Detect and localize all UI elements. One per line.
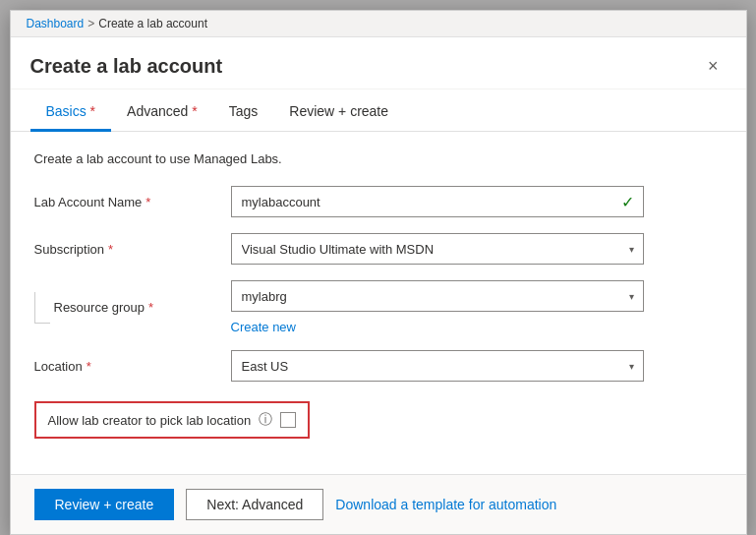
breadcrumb-separator: > xyxy=(87,17,94,30)
allow-location-checkbox[interactable] xyxy=(280,412,296,428)
modal-title: Create a lab account xyxy=(30,55,223,78)
subscription-select-wrapper: Visual Studio Ultimate with MSDN ▾ xyxy=(231,233,644,265)
modal-body: Create a lab account to use Managed Labs… xyxy=(11,132,746,474)
subscription-control: Visual Studio Ultimate with MSDN ▾ xyxy=(231,233,644,265)
resource-group-select-wrapper: mylabrg ▾ xyxy=(231,280,644,312)
modal-footer: Review + create Next: Advanced Download … xyxy=(11,474,746,534)
modal-container: Dashboard > Create a lab account Create … xyxy=(10,10,747,535)
tabs-bar: Basics * Advanced * Tags Review + create xyxy=(11,93,746,132)
section-description: Create a lab account to use Managed Labs… xyxy=(34,151,723,166)
breadcrumb: Dashboard > Create a lab account xyxy=(11,11,746,37)
location-select-wrapper: East US ▾ xyxy=(231,350,644,382)
subscription-label: Subscription * xyxy=(34,242,231,257)
info-icon[interactable]: ⓘ xyxy=(259,411,272,429)
close-button[interactable]: × xyxy=(700,53,727,79)
tab-advanced[interactable]: Advanced * xyxy=(111,93,213,132)
lab-account-name-label: Lab Account Name * xyxy=(34,195,231,209)
tree-line xyxy=(34,292,50,324)
subscription-select[interactable]: Visual Studio Ultimate with MSDN xyxy=(231,233,644,265)
review-create-button[interactable]: Review + create xyxy=(34,489,175,520)
download-template-link[interactable]: Download a template for automation xyxy=(335,497,556,512)
resource-group-row: Resource group * mylabrg ▾ Create new xyxy=(34,280,723,334)
subscription-row: Subscription * Visual Studio Ultimate wi… xyxy=(34,233,723,265)
allow-location-box: Allow lab creator to pick lab location ⓘ xyxy=(34,401,311,439)
lab-account-name-input-wrapper: ✓ xyxy=(231,186,644,217)
lab-account-name-row: Lab Account Name * ✓ xyxy=(34,186,723,217)
breadcrumb-dashboard[interactable]: Dashboard xyxy=(27,17,85,30)
lab-account-name-input[interactable] xyxy=(231,186,644,217)
resource-group-select[interactable]: mylabrg xyxy=(231,280,644,312)
resource-group-label: Resource group * xyxy=(54,300,154,315)
check-icon: ✓ xyxy=(621,193,634,211)
lab-account-name-control: ✓ xyxy=(231,186,644,217)
tab-tags[interactable]: Tags xyxy=(213,93,274,132)
resource-group-control: mylabrg ▾ Create new xyxy=(231,280,644,334)
modal-overlay: Dashboard > Create a lab account Create … xyxy=(0,0,756,535)
create-new-link[interactable]: Create new xyxy=(231,320,644,334)
next-advanced-button[interactable]: Next: Advanced xyxy=(186,489,323,520)
location-row: Location * East US ▾ xyxy=(34,350,723,382)
resource-group-tree: Resource group * xyxy=(34,292,231,324)
tab-basics[interactable]: Basics * xyxy=(30,93,112,132)
tab-review-create[interactable]: Review + create xyxy=(273,93,404,132)
modal-header: Create a lab account × xyxy=(11,37,746,89)
allow-location-label: Allow lab creator to pick lab location xyxy=(48,413,252,428)
allow-location-row: Allow lab creator to pick lab location ⓘ xyxy=(34,397,723,439)
location-control: East US ▾ xyxy=(231,350,644,382)
breadcrumb-current: Create a lab account xyxy=(98,17,207,30)
location-label: Location * xyxy=(34,359,231,374)
location-select[interactable]: East US xyxy=(231,350,644,382)
